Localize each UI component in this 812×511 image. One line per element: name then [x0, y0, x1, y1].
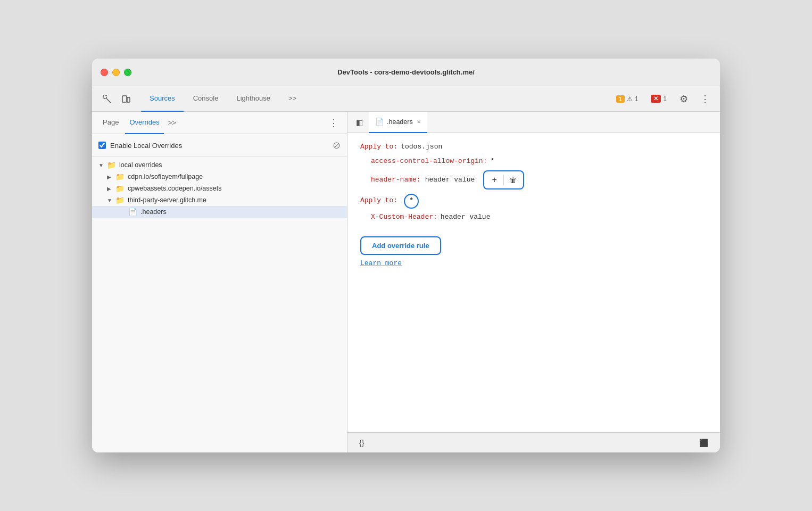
delete-header-button[interactable]: 🗑 — [505, 172, 521, 187]
sidebar-tabs: Page Overrides >> ⋮ — [92, 112, 347, 134]
enable-overrides-checkbox[interactable] — [98, 142, 106, 149]
tree-item-cdpn[interactable]: ▶ 📁 cdpn.io/sofiayem/fullpage — [92, 171, 347, 183]
toolbar: Sources Console Lighthouse >> 1 ⚠ 1 ✕ 1 — [92, 86, 720, 112]
learn-more-section: Learn more — [360, 255, 707, 267]
block2-headers: X-Custom-Header: header value — [360, 212, 707, 223]
sidebar-tab-page[interactable]: Page — [98, 112, 123, 134]
tree-item-third-party[interactable]: ▼ 📁 third-party-server.glitch.me — [92, 194, 347, 206]
tree-arrow-cpw: ▶ — [107, 186, 113, 192]
editor-body: Apply to: todos.json access-control-allo… — [347, 133, 720, 432]
apply-to-star-input[interactable]: * — [404, 194, 419, 209]
tree-arrow-cdpn: ▶ — [107, 174, 113, 180]
tab-lighthouse[interactable]: Lighthouse — [228, 86, 279, 112]
enable-overrides-label: Enable Local Overrides — [110, 142, 328, 150]
block1-header2-key: header-name: — [371, 176, 421, 184]
apply-to-label-2: Apply to: — [360, 195, 397, 207]
header-action-buttons: + 🗑 — [483, 170, 524, 189]
tree-item-local-overrides[interactable]: ▼ 📁 local overrides — [92, 159, 347, 171]
svg-rect-0 — [103, 95, 106, 98]
device-toolbar-button[interactable] — [118, 90, 135, 108]
add-override-rule-button[interactable]: Add override rule — [360, 236, 441, 255]
sidebar-tab-more[interactable]: >> — [166, 117, 178, 129]
editor-tab-label: .headers — [387, 118, 413, 126]
tree-label-third-party: third-party-server.glitch.me — [128, 196, 206, 204]
minimize-button[interactable] — [112, 69, 120, 76]
window-title: DevTools - cors-demo-devtools.glitch.me/ — [337, 68, 475, 76]
tab-console[interactable]: Console — [185, 86, 227, 112]
collapse-sidebar-button[interactable]: ◧ — [352, 115, 367, 130]
file-icon-headers: 📄 — [128, 208, 137, 216]
bottom-bar: {} ⬛ — [347, 432, 720, 452]
maximize-button[interactable] — [124, 69, 131, 76]
block1-header2-value: header value — [425, 176, 475, 184]
file-tree: ▼ 📁 local overrides ▶ 📁 cdpn.io/sofiayem… — [92, 157, 347, 452]
bottom-bar-right: ⬛ — [696, 436, 711, 449]
inspect-icon — [102, 94, 112, 104]
errors-badge: ✕ — [651, 95, 661, 103]
warnings-badge: 1 — [616, 95, 625, 103]
tab-sources[interactable]: Sources — [141, 86, 184, 112]
device-icon — [121, 94, 131, 104]
block2-header1-value: header value — [441, 212, 491, 223]
sidebar: Page Overrides >> ⋮ Enable Local Overrid… — [92, 112, 347, 452]
settings-button[interactable]: ⚙ — [675, 90, 692, 108]
tree-item-headers-file[interactable]: ▶ 📄 .headers — [92, 206, 347, 218]
warnings-button[interactable]: 1 ⚠ 1 — [612, 93, 643, 105]
titlebar: DevTools - cors-demo-devtools.glitch.me/ — [92, 59, 720, 86]
format-button[interactable]: {} — [356, 436, 367, 449]
svg-rect-2 — [122, 96, 127, 102]
tree-item-cpw[interactable]: ▶ 📁 cpwebassets.codepen.io/assets — [92, 183, 347, 194]
block1-apply-to-line: Apply to: todos.json — [360, 142, 707, 153]
clear-overrides-button[interactable]: ⊘ — [333, 139, 341, 151]
folder-icon-cpw: 📁 — [115, 184, 125, 193]
block2-header1-line: X-Custom-Header: header value — [371, 212, 707, 223]
tree-label-headers: .headers — [140, 208, 167, 216]
editor-tab-headers[interactable]: 📄 .headers × — [369, 112, 427, 133]
devtools-window: DevTools - cors-demo-devtools.glitch.me/… — [92, 59, 720, 452]
tree-arrow-third-party: ▼ — [107, 197, 113, 203]
enable-overrides-row: Enable Local Overrides ⊘ — [92, 134, 347, 157]
tree-label-cpw: cpwebassets.codepen.io/assets — [128, 185, 222, 192]
block1-header2-row: header-name: header value + 🗑 — [371, 170, 707, 189]
folder-icon-cdpn: 📁 — [115, 172, 125, 181]
inspect-element-button[interactable] — [98, 90, 115, 108]
errors-button[interactable]: ✕ 1 — [647, 93, 671, 105]
sidebar-tab-overrides[interactable]: Overrides — [125, 112, 163, 134]
block2-apply-to-line: Apply to: * — [360, 194, 707, 209]
apply-to-label-1: Apply to: — [360, 142, 397, 153]
more-options-button[interactable]: ⋮ — [697, 90, 714, 108]
svg-rect-3 — [127, 97, 130, 102]
editor-tabs: ◧ 📄 .headers × — [347, 112, 720, 133]
snapshot-icon: ⬛ — [699, 439, 708, 447]
add-header-button[interactable]: + — [486, 172, 502, 187]
learn-more-link[interactable]: Learn more — [360, 259, 402, 267]
main-content: Page Overrides >> ⋮ Enable Local Overrid… — [92, 112, 720, 452]
traffic-lights — [101, 69, 131, 76]
file-type-icon: 📄 — [375, 118, 384, 126]
tree-arrow-root: ▼ — [98, 162, 105, 168]
editor-panel: ◧ 📄 .headers × Apply to: todos.json acce… — [347, 112, 720, 452]
sidebar-more-button[interactable]: ⋮ — [327, 115, 341, 131]
folder-icon-third-party: 📁 — [115, 196, 125, 204]
apply-to-value-1: todos.json — [401, 142, 442, 153]
close-button[interactable] — [101, 69, 108, 76]
tab-more[interactable]: >> — [280, 86, 305, 112]
add-override-section: Add override rule — [360, 231, 707, 255]
block1-header1-line: access-control-allow-origin: * — [371, 156, 707, 167]
toolbar-right: 1 ⚠ 1 ✕ 1 ⚙ ⋮ — [612, 90, 714, 108]
block1-header1-value: * — [490, 156, 494, 167]
main-tabs: Sources Console Lighthouse >> — [141, 86, 305, 112]
block1-header1-key: access-control-allow-origin: — [371, 156, 487, 167]
action-btn-divider — [503, 175, 504, 185]
snapshot-button[interactable]: ⬛ — [696, 436, 711, 449]
tree-label-local-overrides: local overrides — [119, 161, 162, 169]
trash-icon: 🗑 — [509, 176, 517, 184]
block1-headers: access-control-allow-origin: * header-na… — [360, 156, 707, 189]
tree-label-cdpn: cdpn.io/sofiayem/fullpage — [128, 173, 203, 180]
editor-tab-close-button[interactable]: × — [417, 118, 421, 126]
block2-header1-key: X-Custom-Header: — [371, 212, 437, 223]
folder-icon: 📁 — [107, 161, 116, 169]
svg-line-1 — [106, 98, 111, 103]
